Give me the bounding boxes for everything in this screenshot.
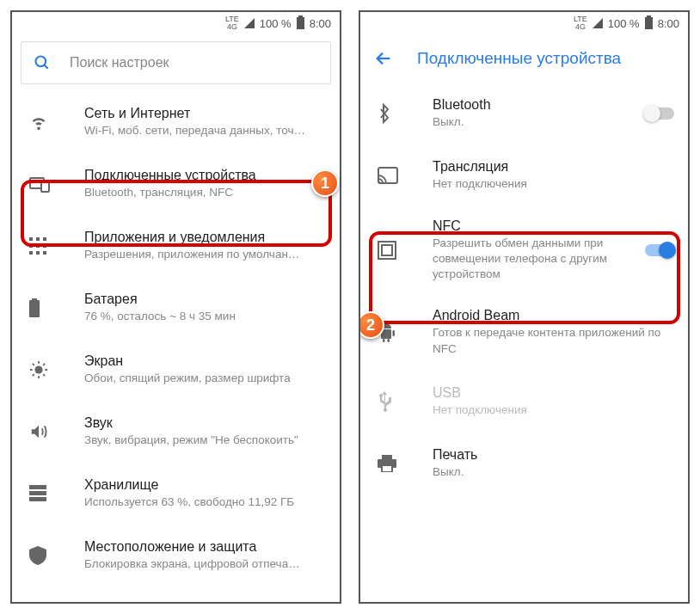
status-bar: LTE4G 100 % 8:00 bbox=[360, 12, 688, 34]
status-bar: LTE4G 100 % 8:00 bbox=[12, 12, 340, 34]
signal-icon bbox=[593, 18, 603, 28]
battery-percent: 100 % bbox=[608, 17, 640, 30]
svg-rect-6 bbox=[43, 237, 46, 241]
step-badge-1: 1 bbox=[311, 169, 339, 197]
apps-icon bbox=[29, 237, 46, 255]
settings-item-location[interactable]: Местоположение и защитаБлокировка экрана… bbox=[12, 525, 340, 586]
nfc-icon bbox=[378, 241, 396, 260]
settings-item-apps[interactable]: Приложения и уведомленияРазрешения, прил… bbox=[12, 215, 340, 277]
svg-rect-26 bbox=[383, 339, 385, 342]
signal-icon bbox=[244, 18, 255, 28]
phone-right: LTE4G 100 % 8:00 Подключенные устройства… bbox=[359, 10, 690, 604]
print-icon bbox=[378, 455, 396, 472]
svg-rect-3 bbox=[41, 182, 49, 192]
back-icon[interactable] bbox=[374, 49, 393, 68]
item-usb: USBНет подключения bbox=[360, 371, 688, 433]
svg-rect-11 bbox=[36, 251, 40, 255]
svg-rect-13 bbox=[29, 300, 40, 317]
shield-icon bbox=[29, 546, 46, 565]
svg-rect-7 bbox=[29, 244, 33, 248]
nfc-toggle[interactable] bbox=[645, 244, 674, 256]
svg-point-0 bbox=[36, 57, 46, 67]
clock: 8:00 bbox=[310, 17, 331, 30]
devices-icon bbox=[29, 175, 50, 193]
item-nfc[interactable]: NFCРазрешить обмен данными при совмещени… bbox=[360, 206, 688, 295]
search-icon bbox=[34, 54, 51, 71]
sound-icon bbox=[29, 422, 48, 441]
network-lte-icon: LTE4G bbox=[574, 15, 587, 31]
settings-item-storage[interactable]: ХранилищеИспользуется 63 %, свободно 11,… bbox=[12, 463, 340, 525]
battery-vert-icon bbox=[29, 298, 40, 317]
page-title: Подключенные устройства bbox=[417, 49, 621, 68]
svg-rect-28 bbox=[382, 455, 392, 459]
item-print[interactable]: ПечатьВыкл. bbox=[360, 433, 688, 494]
wifi-icon bbox=[29, 113, 48, 132]
search-placeholder: Поиск настроек bbox=[70, 55, 169, 71]
bluetooth-icon bbox=[378, 103, 391, 124]
phone-left: LTE4G 100 % 8:00 Поиск настроек Сеть и И… bbox=[10, 10, 341, 604]
svg-line-1 bbox=[45, 65, 48, 69]
svg-rect-25 bbox=[393, 330, 396, 336]
item-android-beam[interactable]: Android BeamГотов к передаче контента пр… bbox=[360, 295, 688, 371]
svg-rect-10 bbox=[29, 251, 33, 255]
svg-rect-16 bbox=[29, 485, 46, 489]
svg-rect-12 bbox=[43, 251, 46, 255]
settings-item-connected-devices[interactable]: Подключенные устройстваBluetooth, трансл… bbox=[12, 153, 340, 215]
svg-rect-4 bbox=[29, 237, 33, 241]
svg-rect-22 bbox=[382, 245, 392, 255]
bluetooth-toggle[interactable] bbox=[645, 107, 674, 120]
search-settings[interactable]: Поиск настроек bbox=[21, 41, 331, 84]
storage-icon bbox=[29, 485, 46, 502]
svg-rect-14 bbox=[32, 298, 37, 301]
item-bluetooth[interactable]: BluetoothВыкл. bbox=[360, 83, 688, 144]
svg-rect-30 bbox=[382, 465, 392, 472]
battery-icon bbox=[297, 17, 304, 29]
usb-icon bbox=[378, 391, 391, 412]
svg-rect-17 bbox=[29, 491, 46, 495]
settings-item-battery[interactable]: Батарея76 %, осталось ~ 8 ч 35 мин bbox=[12, 277, 340, 339]
page-header: Подключенные устройства bbox=[360, 34, 688, 83]
clock: 8:00 bbox=[658, 17, 679, 30]
settings-item-display[interactable]: ЭкранОбои, спящий режим, размер шрифта bbox=[12, 339, 340, 401]
display-icon bbox=[29, 360, 48, 379]
svg-rect-27 bbox=[388, 339, 390, 342]
settings-item-network[interactable]: Сеть и ИнтернетWi-Fi, моб. сети, передач… bbox=[12, 91, 340, 153]
svg-rect-18 bbox=[29, 497, 46, 501]
svg-rect-9 bbox=[43, 244, 46, 248]
svg-rect-8 bbox=[36, 244, 40, 248]
svg-point-15 bbox=[34, 365, 42, 373]
battery-icon bbox=[645, 17, 653, 29]
network-lte-icon: LTE4G bbox=[225, 15, 239, 31]
battery-percent: 100 % bbox=[260, 17, 292, 30]
settings-item-sound[interactable]: ЗвукЗвук, вибрация, режим "Не беспокоить… bbox=[12, 401, 340, 463]
svg-rect-5 bbox=[36, 237, 40, 241]
cast-icon bbox=[378, 167, 398, 184]
item-cast[interactable]: ТрансляцияНет подключения bbox=[360, 144, 688, 206]
